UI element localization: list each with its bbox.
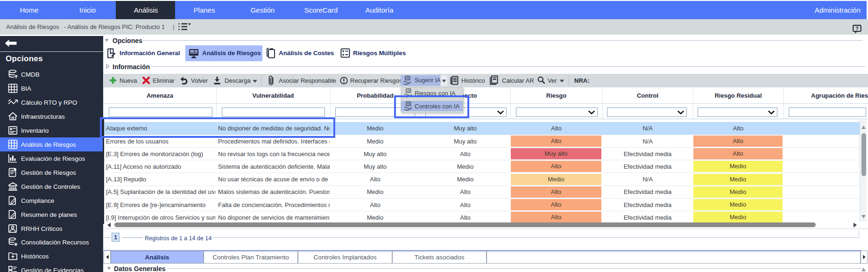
svg-text:?: ? — [855, 26, 859, 31]
svg-text:AI: AI — [407, 89, 410, 92]
svg-text:AI: AI — [406, 77, 409, 79]
